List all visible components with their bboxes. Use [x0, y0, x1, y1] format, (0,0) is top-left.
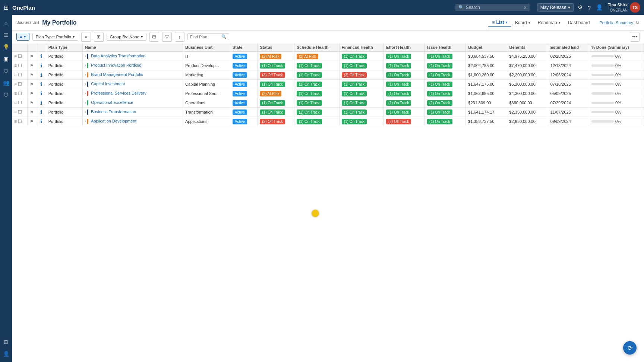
portfolio-summary-link[interactable]: Portfolio Summary: [600, 20, 633, 25]
row-drag-icon[interactable]: ≡: [14, 100, 17, 105]
info-icon[interactable]: ℹ: [40, 109, 42, 115]
help-icon[interactable]: ?: [587, 3, 592, 12]
plan-name[interactable]: Business Transformation: [91, 109, 136, 114]
plan-name[interactable]: Application Development: [91, 119, 136, 123]
col-effort-health[interactable]: Effort Health: [383, 43, 424, 52]
col-estimated-end[interactable]: Estimated End: [548, 43, 589, 52]
row-checkbox[interactable]: ☐: [18, 82, 22, 87]
row-drag-icon[interactable]: ≡: [14, 72, 17, 77]
pct-done-value: 0%: [615, 110, 621, 114]
col-issue-health[interactable]: Issue Health: [425, 43, 466, 52]
sidebar-icon-users[interactable]: 👥: [1, 77, 11, 88]
info-icon[interactable]: ℹ: [40, 90, 42, 96]
row-checkbox[interactable]: ☐: [18, 109, 22, 115]
schedule-health-badge: (1) On Track: [297, 72, 322, 78]
expand-arrow[interactable]: ›: [85, 119, 86, 123]
plan-name[interactable]: Brand Management Portfolio: [91, 72, 143, 77]
sort-icon[interactable]: ↕: [175, 32, 184, 42]
col-benefits[interactable]: Benefits: [507, 43, 548, 52]
expand-arrow[interactable]: ›: [85, 82, 86, 86]
search-input[interactable]: [466, 5, 522, 10]
avatar[interactable]: TS: [630, 2, 640, 13]
col-pct-done[interactable]: % Done (Summary): [589, 43, 644, 52]
info-icon[interactable]: ℹ: [40, 63, 42, 69]
info-icon[interactable]: ℹ: [40, 53, 42, 59]
row-checkbox[interactable]: ☐: [18, 72, 22, 77]
tab-dashboard[interactable]: Dashboard: [564, 19, 594, 27]
search-clear-icon[interactable]: ✕: [524, 6, 527, 10]
col-state[interactable]: State: [230, 43, 257, 52]
expand-arrow[interactable]: ›: [85, 101, 86, 105]
row-drag-icon[interactable]: ≡: [14, 82, 17, 87]
sidebar-icon-connections[interactable]: ⬡: [1, 89, 11, 100]
info-icon[interactable]: ℹ: [40, 118, 42, 124]
tab-board[interactable]: Board ▾: [511, 19, 534, 27]
col-status[interactable]: Status: [258, 43, 294, 52]
row-checkbox[interactable]: ☐: [18, 119, 22, 124]
info-icon[interactable]: ℹ: [40, 81, 42, 87]
flag-icon[interactable]: ⚑: [30, 63, 34, 68]
plan-name[interactable]: Professional Services Delivery: [91, 91, 146, 95]
expand-arrow[interactable]: ›: [85, 73, 86, 77]
find-plan-input[interactable]: [190, 35, 220, 39]
col-budget[interactable]: Budget: [466, 43, 507, 52]
effort-health-cell: (1) On Track: [383, 108, 424, 117]
row-checkbox[interactable]: ☐: [18, 91, 22, 96]
plan-name[interactable]: Product Innovation Portfolio: [91, 63, 141, 67]
expand-arrow[interactable]: ›: [85, 110, 86, 114]
row-drag-icon[interactable]: ≡: [14, 119, 17, 124]
row-checkbox[interactable]: ☐: [18, 54, 22, 59]
col-name[interactable]: Name: [82, 43, 183, 52]
plan-name[interactable]: Capital Investment: [91, 82, 125, 86]
view-icon-2[interactable]: ⊞: [94, 32, 104, 42]
plan-type-button[interactable]: Plan Type: Portfolio ▾: [32, 33, 78, 41]
info-icon[interactable]: ℹ: [40, 100, 42, 106]
plan-name[interactable]: Data Analytics Transformation: [91, 54, 145, 58]
info-icon[interactable]: ℹ: [40, 72, 42, 78]
sidebar-icon-network[interactable]: ⬡: [1, 66, 11, 76]
filter-icon[interactable]: ▽: [162, 32, 172, 42]
col-schedule-health[interactable]: Schedule Health: [294, 43, 339, 52]
flag-icon[interactable]: ⚑: [30, 73, 34, 77]
row-checkbox[interactable]: ☐: [18, 100, 22, 105]
flag-icon[interactable]: ⚑: [30, 82, 34, 86]
more-options-icon[interactable]: •••: [630, 32, 640, 42]
flag-icon[interactable]: ⚑: [30, 54, 34, 58]
sidebar-icon-person[interactable]: 👤: [1, 349, 11, 359]
sidebar-icon-tasks[interactable]: ☰: [1, 30, 11, 40]
expand-arrow[interactable]: ›: [85, 63, 86, 67]
release-button[interactable]: May Release ▾: [537, 3, 574, 12]
sidebar-icon-ideas[interactable]: 💡: [1, 42, 11, 52]
settings-icon[interactable]: ⚙: [577, 3, 584, 12]
row-drag-icon[interactable]: ≡: [14, 91, 17, 96]
expand-arrow[interactable]: ›: [85, 91, 86, 95]
view-icon-1[interactable]: ≡: [81, 32, 91, 42]
notifications-icon[interactable]: 👤: [595, 3, 604, 12]
tab-roadmap[interactable]: Roadmap ▾: [534, 19, 564, 27]
col-plan-type[interactable]: Plan Type: [46, 43, 82, 52]
row-drag-icon[interactable]: ≡: [14, 63, 17, 68]
col-business-unit[interactable]: Business Unit: [183, 43, 230, 52]
row-drag-icon[interactable]: ≡: [14, 54, 17, 59]
col-financial-health[interactable]: Financial Health: [339, 43, 383, 52]
table-header-row: Plan Type Name Business Unit State Statu…: [12, 43, 644, 52]
sidebar-icon-grid2[interactable]: ⊞: [1, 337, 11, 347]
group-by-button[interactable]: Group By: None ▾: [107, 33, 146, 41]
flag-icon[interactable]: ⚑: [30, 91, 34, 96]
row-checkbox[interactable]: ☐: [18, 63, 22, 68]
row-drag-icon[interactable]: ≡: [14, 109, 17, 115]
grid-icon[interactable]: ⊞: [4, 4, 9, 11]
plan-name[interactable]: Operational Excellence: [91, 100, 133, 105]
sidebar-icon-home[interactable]: ⌂: [1, 18, 11, 28]
flag-icon[interactable]: ⚑: [30, 110, 34, 114]
expand-arrow[interactable]: ›: [85, 54, 86, 58]
columns-icon[interactable]: ⊞: [149, 32, 159, 42]
flag-icon[interactable]: ⚑: [30, 119, 34, 124]
row-type-selector[interactable]: ● ▾: [16, 33, 29, 41]
flag-icon[interactable]: ⚑: [30, 101, 34, 105]
tab-list[interactable]: ≡ List ▾: [488, 18, 511, 27]
fab-button[interactable]: ⟳: [623, 341, 637, 355]
sidebar-icon-portfolio[interactable]: ▣: [1, 54, 11, 64]
schedule-health-cell: (2) At Risk: [294, 52, 339, 61]
refresh-icon[interactable]: ↻: [635, 20, 640, 25]
